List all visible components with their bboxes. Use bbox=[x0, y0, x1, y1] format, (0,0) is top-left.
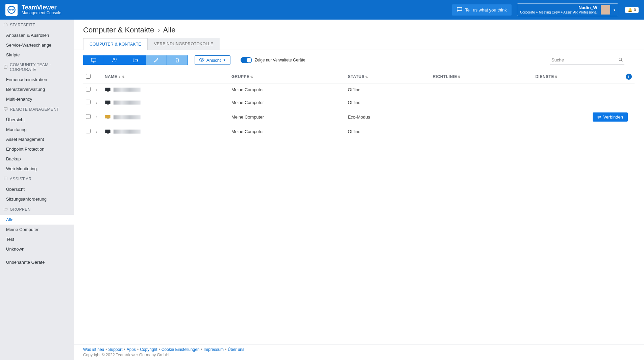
sidebar-section-header[interactable]: ASSIST AR bbox=[0, 174, 74, 184]
brand-text: TeamViewer Management Console bbox=[22, 4, 61, 16]
sidebar-item[interactable]: Monitoring bbox=[0, 125, 74, 134]
feedback-button[interactable]: Tell us what you think bbox=[452, 4, 512, 16]
svg-rect-12 bbox=[105, 101, 110, 104]
svg-rect-4 bbox=[4, 107, 7, 110]
sidebar-section-header[interactable]: COMMUNITY TEAM - CORPORATE bbox=[0, 60, 74, 75]
sidebar-item[interactable]: Sitzungsanforderung bbox=[0, 194, 74, 204]
chevron-down-icon: ▼ bbox=[223, 58, 226, 62]
action-button-group bbox=[83, 55, 188, 65]
cell-policy bbox=[430, 109, 533, 125]
tab[interactable]: VERBINDUNGSPROTOKOLLE bbox=[148, 38, 220, 50]
sidebar-item[interactable]: Übersicht bbox=[0, 115, 74, 125]
column-header[interactable]: NAME▲⇅ bbox=[102, 70, 229, 83]
sidebar-section-header[interactable]: STARTSEITE bbox=[0, 20, 74, 30]
row-checkbox[interactable] bbox=[86, 114, 91, 119]
expand-row[interactable]: › bbox=[93, 125, 102, 138]
add-contact-button[interactable] bbox=[104, 55, 125, 65]
app-header: TeamViewer Management Console Tell us wh… bbox=[0, 0, 644, 20]
row-checkbox[interactable] bbox=[86, 129, 91, 133]
column-header[interactable]: DIENSTE⇅ bbox=[532, 70, 590, 83]
sidebar-section-header[interactable]: REMOTE MANAGEMENT bbox=[0, 104, 74, 115]
column-header[interactable]: GRUPPE⇅ bbox=[229, 70, 345, 83]
cell-group: Meine Computer bbox=[229, 83, 345, 96]
section-title: REMOTE MANAGEMENT bbox=[10, 107, 59, 112]
row-checkbox[interactable] bbox=[86, 100, 91, 104]
notification-badge[interactable]: 🔔 0 bbox=[625, 7, 639, 13]
footer-link[interactable]: Copyright bbox=[140, 347, 157, 352]
cell-policy bbox=[430, 83, 533, 96]
edit-button bbox=[146, 55, 167, 65]
svg-rect-1 bbox=[457, 7, 462, 10]
sidebar-item[interactable]: Multi-tenancy bbox=[0, 94, 74, 104]
footer-link[interactable]: Cookie Einstellungen bbox=[162, 347, 200, 352]
row-checkbox[interactable] bbox=[86, 87, 91, 92]
cell-services bbox=[532, 96, 590, 109]
device-name-redacted bbox=[114, 130, 141, 134]
user-plan: Corporate + Meeting Crew + Assist AR Pro… bbox=[520, 10, 597, 15]
sidebar-item[interactable]: Anpassen & Ausrollen bbox=[0, 30, 74, 40]
table-row[interactable]: ›Meine ComputerOffline bbox=[83, 125, 635, 138]
svg-rect-3 bbox=[5, 65, 6, 66]
crumb-leaf: Alle bbox=[163, 26, 176, 34]
section-icon bbox=[3, 22, 8, 28]
expand-row[interactable]: › bbox=[93, 109, 102, 125]
brand-subtitle: Management Console bbox=[22, 11, 61, 15]
view-dropdown[interactable]: Ansicht ▼ bbox=[195, 55, 230, 65]
search-icon[interactable] bbox=[618, 57, 623, 63]
sidebar-section-header[interactable]: GRUPPEN bbox=[0, 204, 74, 215]
footer-link[interactable]: Was ist neu bbox=[83, 347, 104, 352]
cell-services bbox=[532, 125, 590, 138]
footer: Was ist neu•Support•Apps•Copyright•Cooki… bbox=[74, 344, 644, 360]
cell-services bbox=[532, 109, 590, 125]
sidebar: STARTSEITEAnpassen & AusrollenService-Wa… bbox=[0, 20, 74, 360]
svg-rect-2 bbox=[4, 65, 7, 69]
expand-row[interactable]: › bbox=[93, 96, 102, 109]
connect-button[interactable]: ⇄Verbinden bbox=[593, 112, 628, 122]
table-row[interactable]: ›Meine ComputerOffline bbox=[83, 83, 635, 96]
section-icon bbox=[3, 207, 8, 212]
cell-group: Meine Computer bbox=[229, 96, 345, 109]
monitor-icon bbox=[105, 114, 114, 120]
column-header[interactable]: RICHTLINIE⇅ bbox=[430, 70, 533, 83]
column-header[interactable]: STATUS⇅ bbox=[345, 70, 430, 83]
footer-link[interactable]: Über uns bbox=[228, 347, 244, 352]
sidebar-item[interactable]: Unbenannte Geräte bbox=[0, 257, 74, 267]
tab[interactable]: COMPUTER & KONTAKTE bbox=[83, 38, 148, 50]
add-group-button[interactable] bbox=[125, 55, 146, 65]
sidebar-item[interactable]: Endpoint Protection bbox=[0, 144, 74, 154]
managed-devices-toggle[interactable] bbox=[241, 57, 252, 63]
search-input[interactable] bbox=[550, 55, 624, 65]
footer-link[interactable]: Apps bbox=[127, 347, 136, 352]
footer-link[interactable]: Impressum bbox=[204, 347, 224, 352]
table-row[interactable]: ›Meine ComputerOffline bbox=[83, 96, 635, 109]
info-icon[interactable]: i bbox=[626, 74, 632, 80]
cell-name bbox=[102, 83, 229, 96]
avatar bbox=[601, 5, 610, 15]
sidebar-item[interactable]: Skripte bbox=[0, 50, 74, 60]
expand-row[interactable]: › bbox=[93, 83, 102, 96]
breadcrumb: Computer & Kontakte › Alle bbox=[74, 20, 644, 38]
monitor-icon bbox=[105, 129, 114, 134]
sidebar-item[interactable]: Alle bbox=[0, 215, 74, 225]
feedback-label: Tell us what you think bbox=[465, 7, 507, 12]
sidebar-item[interactable]: Meine Computer bbox=[0, 225, 74, 234]
sidebar-item[interactable]: Service-Warteschlange bbox=[0, 40, 74, 50]
sidebar-item[interactable]: Asset Management bbox=[0, 134, 74, 144]
sidebar-item[interactable]: Test bbox=[0, 234, 74, 244]
table-row[interactable]: ›Meine ComputerEco-Modus⇄Verbinden bbox=[83, 109, 635, 125]
connect-label: Verbinden bbox=[603, 114, 623, 120]
monitor-icon bbox=[105, 100, 114, 105]
sidebar-item[interactable]: Unknown bbox=[0, 244, 74, 254]
user-menu[interactable]: Nadin_W Corporate + Meeting Crew + Assis… bbox=[517, 3, 618, 16]
main-content: Computer & Kontakte › Alle COMPUTER & KO… bbox=[74, 20, 644, 360]
sidebar-item[interactable]: Backup bbox=[0, 154, 74, 164]
sidebar-item[interactable]: Übersicht bbox=[0, 184, 74, 194]
device-name-redacted bbox=[114, 115, 141, 119]
footer-link[interactable]: Support bbox=[108, 347, 122, 352]
sidebar-item[interactable]: Web Monitoring bbox=[0, 164, 74, 174]
add-computer-button[interactable] bbox=[83, 55, 104, 65]
sidebar-item[interactable]: Firmenadministration bbox=[0, 75, 74, 84]
sidebar-item[interactable]: Benutzerverwaltung bbox=[0, 84, 74, 94]
device-table: NAME▲⇅GRUPPE⇅STATUS⇅RICHTLINIE⇅DIENSTE⇅i… bbox=[83, 70, 635, 138]
select-all-checkbox[interactable] bbox=[86, 74, 91, 79]
